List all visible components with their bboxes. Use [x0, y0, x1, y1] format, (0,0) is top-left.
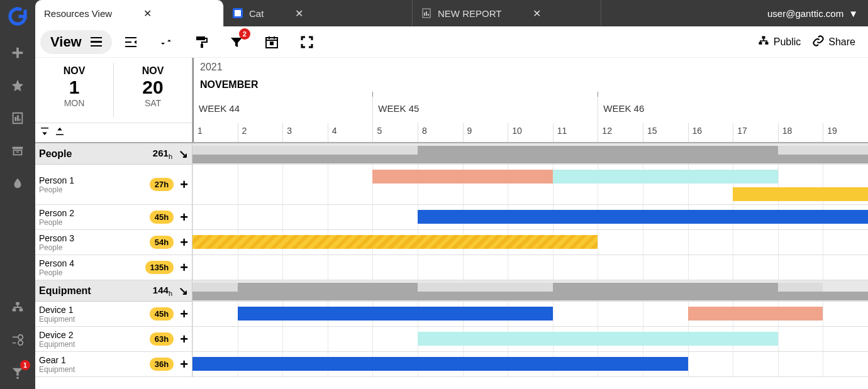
toolbar: View 2 Public Share [35, 26, 868, 58]
tab-resources-view[interactable]: Resources View ✕ [35, 0, 224, 26]
resource-group: Equipment [39, 315, 150, 324]
date-range[interactable]: NOV 1 MON NOV 20 SAT [35, 58, 192, 123]
svg-rect-22 [201, 44, 203, 48]
tab-label: Resources View [44, 8, 112, 19]
utilization-bar [778, 146, 868, 155]
resource-row[interactable]: Person 4People 135h + [35, 255, 192, 280]
end-date[interactable]: NOV 20 SAT [114, 58, 192, 123]
task-bar[interactable] [192, 357, 688, 371]
svg-rect-20 [125, 46, 136, 47]
task-bar[interactable] [192, 235, 598, 249]
task-bar[interactable] [418, 332, 778, 346]
calendar-icon[interactable] [259, 30, 284, 55]
day-label: 4 [328, 123, 373, 142]
week-label: WEEK 46 [598, 97, 868, 123]
tab-label: Cat [249, 8, 264, 19]
resource-name: Gear 1 [39, 355, 150, 365]
week-label: WEEK 45 [372, 97, 598, 123]
group-people[interactable]: People 261h ↘ [35, 143, 192, 165]
utilization-bar [418, 283, 553, 292]
svg-rect-27 [765, 41, 768, 44]
user-email: user@ganttic.com [767, 8, 843, 19]
add-task-icon[interactable]: + [180, 177, 188, 193]
expand-icon[interactable]: ↘ [179, 147, 188, 161]
add-task-icon[interactable]: + [180, 356, 188, 373]
drop-icon[interactable] [6, 172, 29, 195]
filter-icon[interactable]: 2 [224, 30, 249, 55]
add-task-icon[interactable]: + [180, 306, 188, 322]
help-icon[interactable]: 1 [6, 361, 29, 384]
day-label: 16 [688, 123, 733, 142]
paint-icon[interactable] [189, 30, 214, 55]
add-task-icon[interactable]: + [180, 234, 188, 251]
end-weekday: SAT [114, 98, 192, 108]
week-label: WEEK 44 [192, 97, 372, 123]
close-icon[interactable]: ✕ [143, 8, 152, 19]
fullscreen-icon[interactable] [294, 30, 320, 55]
close-icon[interactable]: ✕ [533, 8, 541, 19]
utilization-bar [238, 283, 418, 292]
archive-icon[interactable] [6, 140, 29, 162]
utilization-bar [778, 283, 823, 292]
report-icon[interactable] [6, 107, 29, 129]
close-icon[interactable]: ✕ [295, 8, 303, 19]
resource-name: Device 2 [39, 330, 150, 340]
report-icon [421, 8, 431, 18]
utilization-bar [192, 283, 238, 292]
sort-icon[interactable] [153, 30, 179, 55]
tab-cat[interactable]: Cat ✕ [224, 0, 413, 26]
add-icon[interactable] [6, 41, 29, 64]
group-name: Equipment [39, 285, 153, 297]
tab-new-report[interactable]: NEW REPORT ✕ [413, 0, 601, 26]
resource-group: People [39, 243, 150, 252]
logo-icon [6, 5, 29, 28]
task-bar[interactable] [238, 307, 553, 321]
task-bar[interactable] [418, 210, 868, 224]
svg-rect-3 [17, 115, 19, 121]
add-task-icon[interactable]: + [180, 331, 188, 348]
project-icon [233, 8, 243, 18]
add-task-icon[interactable]: + [180, 209, 188, 226]
task-bar[interactable] [553, 170, 778, 184]
resource-row[interactable]: Gear 1Equipment 36h + [35, 352, 192, 377]
hours-badge: 63h [150, 332, 174, 346]
filter-badge: 2 [239, 28, 250, 40]
svg-rect-26 [759, 41, 762, 44]
task-bar[interactable] [372, 170, 552, 184]
year-label: 2021 [192, 58, 868, 79]
share-label: Share [828, 36, 855, 48]
resource-row[interactable]: Device 1Equipment 45h + [35, 302, 192, 327]
org-icon [757, 35, 770, 50]
settings-icon[interactable] [6, 329, 29, 351]
expand-icon[interactable]: ↘ [179, 284, 188, 298]
start-date[interactable]: NOV 1 MON [35, 58, 113, 123]
resource-row[interactable]: Person 1People 27h + [35, 165, 192, 205]
user-menu[interactable]: user@ganttic.com ▼ [757, 0, 868, 26]
day-label: 15 [643, 123, 688, 142]
main: View 2 Public Share NOV [35, 26, 868, 389]
svg-rect-10 [16, 373, 19, 376]
day-label: 12 [598, 123, 643, 142]
resource-row[interactable]: Person 3People 54h + [35, 230, 192, 255]
collapse-up-icon[interactable] [54, 126, 65, 140]
share-button[interactable]: Share [812, 35, 855, 50]
grid-body: People 261h ↘ Person 1People 27h + Perso… [35, 143, 868, 377]
collapse-down-icon[interactable] [39, 126, 50, 140]
utilization-bar [192, 146, 372, 155]
public-button[interactable]: Public [757, 35, 801, 50]
group-equipment[interactable]: Equipment 144h ↘ [35, 280, 192, 302]
task-bar[interactable] [733, 187, 868, 201]
indent-left-icon[interactable] [118, 30, 143, 55]
resource-group: People [39, 218, 150, 227]
gantt-grid[interactable] [192, 143, 868, 377]
hours-badge: 36h [150, 358, 174, 371]
task-bar[interactable] [688, 307, 823, 321]
hours-badge: 45h [150, 211, 174, 224]
day-label: 5 [372, 123, 418, 142]
org-icon[interactable] [6, 296, 29, 319]
view-button[interactable]: View [40, 30, 112, 54]
resource-row[interactable]: Device 2Equipment 63h + [35, 327, 192, 352]
star-icon[interactable] [6, 74, 29, 97]
resource-row[interactable]: Person 2People 45h + [35, 205, 192, 230]
add-task-icon[interactable]: + [180, 260, 188, 276]
